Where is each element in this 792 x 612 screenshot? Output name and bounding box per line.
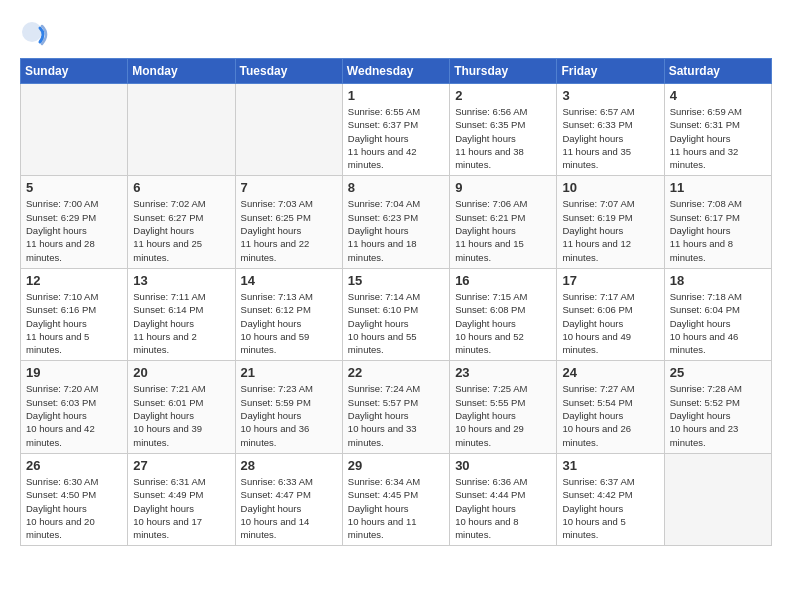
calendar-cell: 11Sunrise: 7:08 AMSunset: 6:17 PMDayligh… [664,176,771,268]
day-number: 20 [133,365,229,380]
day-info: Sunrise: 6:31 AMSunset: 4:49 PMDaylight … [133,475,229,541]
day-info: Sunrise: 7:23 AMSunset: 5:59 PMDaylight … [241,382,337,448]
calendar-cell: 25Sunrise: 7:28 AMSunset: 5:52 PMDayligh… [664,361,771,453]
day-number: 21 [241,365,337,380]
day-info: Sunrise: 7:00 AMSunset: 6:29 PMDaylight … [26,197,122,263]
day-number: 27 [133,458,229,473]
calendar-cell: 22Sunrise: 7:24 AMSunset: 5:57 PMDayligh… [342,361,449,453]
day-info: Sunrise: 7:10 AMSunset: 6:16 PMDaylight … [26,290,122,356]
calendar-cell: 30Sunrise: 6:36 AMSunset: 4:44 PMDayligh… [450,453,557,545]
day-info: Sunrise: 7:04 AMSunset: 6:23 PMDaylight … [348,197,444,263]
day-number: 8 [348,180,444,195]
day-number: 24 [562,365,658,380]
calendar-cell: 7Sunrise: 7:03 AMSunset: 6:25 PMDaylight… [235,176,342,268]
day-number: 14 [241,273,337,288]
day-number: 7 [241,180,337,195]
day-info: Sunrise: 7:25 AMSunset: 5:55 PMDaylight … [455,382,551,448]
day-number: 22 [348,365,444,380]
calendar-cell [235,84,342,176]
calendar-cell: 9Sunrise: 7:06 AMSunset: 6:21 PMDaylight… [450,176,557,268]
calendar-cell: 1Sunrise: 6:55 AMSunset: 6:37 PMDaylight… [342,84,449,176]
day-number: 25 [670,365,766,380]
calendar-week-2: 12Sunrise: 7:10 AMSunset: 6:16 PMDayligh… [21,268,772,360]
day-number: 12 [26,273,122,288]
calendar-week-1: 5Sunrise: 7:00 AMSunset: 6:29 PMDaylight… [21,176,772,268]
col-header-wednesday: Wednesday [342,59,449,84]
calendar-cell [21,84,128,176]
calendar-cell: 13Sunrise: 7:11 AMSunset: 6:14 PMDayligh… [128,268,235,360]
day-number: 13 [133,273,229,288]
col-header-sunday: Sunday [21,59,128,84]
day-info: Sunrise: 7:11 AMSunset: 6:14 PMDaylight … [133,290,229,356]
day-number: 23 [455,365,551,380]
day-number: 31 [562,458,658,473]
day-number: 19 [26,365,122,380]
day-number: 3 [562,88,658,103]
svg-point-0 [22,22,42,42]
calendar-cell: 8Sunrise: 7:04 AMSunset: 6:23 PMDaylight… [342,176,449,268]
calendar-cell: 23Sunrise: 7:25 AMSunset: 5:55 PMDayligh… [450,361,557,453]
col-header-tuesday: Tuesday [235,59,342,84]
col-header-saturday: Saturday [664,59,771,84]
logo [20,20,54,48]
day-number: 1 [348,88,444,103]
day-number: 26 [26,458,122,473]
day-number: 9 [455,180,551,195]
day-info: Sunrise: 7:24 AMSunset: 5:57 PMDaylight … [348,382,444,448]
calendar-cell [128,84,235,176]
calendar-cell [664,453,771,545]
day-info: Sunrise: 6:59 AMSunset: 6:31 PMDaylight … [670,105,766,171]
col-header-monday: Monday [128,59,235,84]
calendar-cell: 29Sunrise: 6:34 AMSunset: 4:45 PMDayligh… [342,453,449,545]
day-info: Sunrise: 6:57 AMSunset: 6:33 PMDaylight … [562,105,658,171]
calendar-cell: 15Sunrise: 7:14 AMSunset: 6:10 PMDayligh… [342,268,449,360]
calendar: SundayMondayTuesdayWednesdayThursdayFrid… [20,58,772,546]
day-info: Sunrise: 7:27 AMSunset: 5:54 PMDaylight … [562,382,658,448]
calendar-cell: 5Sunrise: 7:00 AMSunset: 6:29 PMDaylight… [21,176,128,268]
calendar-cell: 12Sunrise: 7:10 AMSunset: 6:16 PMDayligh… [21,268,128,360]
calendar-cell: 2Sunrise: 6:56 AMSunset: 6:35 PMDaylight… [450,84,557,176]
day-info: Sunrise: 7:13 AMSunset: 6:12 PMDaylight … [241,290,337,356]
calendar-cell: 31Sunrise: 6:37 AMSunset: 4:42 PMDayligh… [557,453,664,545]
logo-icon [20,20,48,48]
day-number: 5 [26,180,122,195]
day-number: 17 [562,273,658,288]
day-info: Sunrise: 6:36 AMSunset: 4:44 PMDaylight … [455,475,551,541]
day-info: Sunrise: 6:34 AMSunset: 4:45 PMDaylight … [348,475,444,541]
calendar-week-0: 1Sunrise: 6:55 AMSunset: 6:37 PMDaylight… [21,84,772,176]
col-header-friday: Friday [557,59,664,84]
day-number: 2 [455,88,551,103]
day-number: 28 [241,458,337,473]
calendar-cell: 17Sunrise: 7:17 AMSunset: 6:06 PMDayligh… [557,268,664,360]
calendar-cell: 4Sunrise: 6:59 AMSunset: 6:31 PMDaylight… [664,84,771,176]
day-info: Sunrise: 7:28 AMSunset: 5:52 PMDaylight … [670,382,766,448]
day-info: Sunrise: 7:03 AMSunset: 6:25 PMDaylight … [241,197,337,263]
day-info: Sunrise: 6:56 AMSunset: 6:35 PMDaylight … [455,105,551,171]
day-number: 15 [348,273,444,288]
calendar-cell: 26Sunrise: 6:30 AMSunset: 4:50 PMDayligh… [21,453,128,545]
day-info: Sunrise: 7:14 AMSunset: 6:10 PMDaylight … [348,290,444,356]
day-info: Sunrise: 6:37 AMSunset: 4:42 PMDaylight … [562,475,658,541]
day-number: 30 [455,458,551,473]
calendar-cell: 6Sunrise: 7:02 AMSunset: 6:27 PMDaylight… [128,176,235,268]
col-header-thursday: Thursday [450,59,557,84]
calendar-cell: 21Sunrise: 7:23 AMSunset: 5:59 PMDayligh… [235,361,342,453]
calendar-cell: 10Sunrise: 7:07 AMSunset: 6:19 PMDayligh… [557,176,664,268]
day-info: Sunrise: 6:33 AMSunset: 4:47 PMDaylight … [241,475,337,541]
day-number: 16 [455,273,551,288]
day-info: Sunrise: 7:21 AMSunset: 6:01 PMDaylight … [133,382,229,448]
header [20,20,772,48]
day-info: Sunrise: 7:15 AMSunset: 6:08 PMDaylight … [455,290,551,356]
day-info: Sunrise: 7:17 AMSunset: 6:06 PMDaylight … [562,290,658,356]
day-number: 6 [133,180,229,195]
calendar-cell: 3Sunrise: 6:57 AMSunset: 6:33 PMDaylight… [557,84,664,176]
calendar-cell: 16Sunrise: 7:15 AMSunset: 6:08 PMDayligh… [450,268,557,360]
day-info: Sunrise: 7:06 AMSunset: 6:21 PMDaylight … [455,197,551,263]
day-info: Sunrise: 7:08 AMSunset: 6:17 PMDaylight … [670,197,766,263]
day-number: 10 [562,180,658,195]
calendar-cell: 20Sunrise: 7:21 AMSunset: 6:01 PMDayligh… [128,361,235,453]
day-info: Sunrise: 6:55 AMSunset: 6:37 PMDaylight … [348,105,444,171]
day-info: Sunrise: 7:07 AMSunset: 6:19 PMDaylight … [562,197,658,263]
calendar-cell: 24Sunrise: 7:27 AMSunset: 5:54 PMDayligh… [557,361,664,453]
day-info: Sunrise: 7:02 AMSunset: 6:27 PMDaylight … [133,197,229,263]
